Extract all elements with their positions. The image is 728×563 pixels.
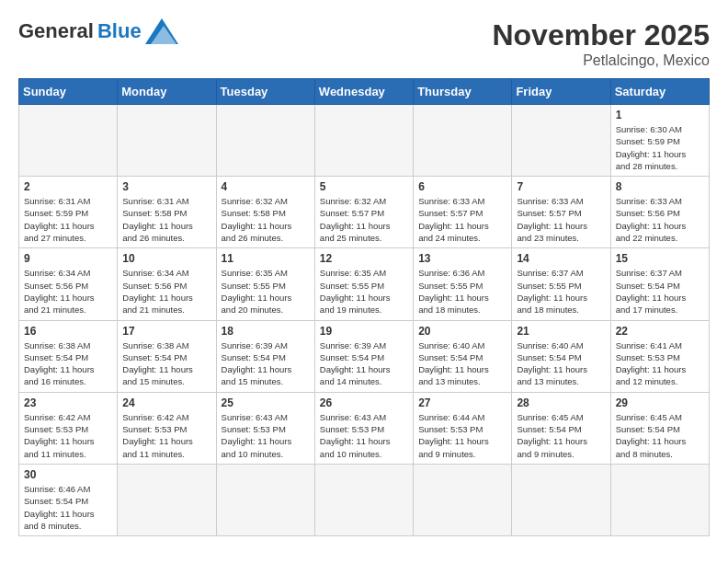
cell-info: Sunrise: 6:42 AM Sunset: 5:53 PM Dayligh… — [122, 411, 210, 460]
day-number: 19 — [320, 325, 408, 338]
day-number: 5 — [320, 180, 408, 193]
day-number: 25 — [222, 396, 310, 409]
location: Petlalcingo, Mexico — [492, 52, 710, 69]
calendar-week-4: 16Sunrise: 6:38 AM Sunset: 5:54 PM Dayli… — [19, 320, 710, 392]
calendar-week-3: 9Sunrise: 6:34 AM Sunset: 5:56 PM Daylig… — [19, 248, 710, 320]
day-number: 8 — [616, 180, 704, 193]
cell-info: Sunrise: 6:33 AM Sunset: 5:56 PM Dayligh… — [616, 195, 704, 244]
calendar-cell: 7Sunrise: 6:33 AM Sunset: 5:57 PM Daylig… — [512, 177, 610, 248]
day-number: 22 — [616, 325, 704, 338]
day-number: 30 — [24, 468, 112, 481]
day-number: 20 — [418, 325, 506, 338]
month-title: November 2025 — [492, 18, 710, 52]
page-header: General Blue November 2025 Petlalcingo, … — [18, 18, 710, 69]
calendar-cell — [118, 464, 216, 535]
day-number: 24 — [122, 396, 210, 409]
calendar-week-5: 23Sunrise: 6:42 AM Sunset: 5:53 PM Dayli… — [19, 392, 710, 464]
day-number: 11 — [222, 252, 310, 265]
calendar-cell: 23Sunrise: 6:42 AM Sunset: 5:53 PM Dayli… — [19, 392, 118, 464]
cell-info: Sunrise: 6:37 AM Sunset: 5:54 PM Dayligh… — [616, 267, 704, 316]
cell-info: Sunrise: 6:35 AM Sunset: 5:55 PM Dayligh… — [222, 267, 310, 316]
day-number: 18 — [222, 325, 310, 338]
calendar-cell: 1Sunrise: 6:30 AM Sunset: 5:59 PM Daylig… — [610, 105, 709, 177]
calendar-cell: 5Sunrise: 6:32 AM Sunset: 5:57 PM Daylig… — [314, 177, 413, 248]
logo-icon — [145, 18, 178, 44]
cell-info: Sunrise: 6:46 AM Sunset: 5:54 PM Dayligh… — [24, 483, 112, 532]
cell-info: Sunrise: 6:38 AM Sunset: 5:54 PM Dayligh… — [24, 339, 112, 388]
day-number: 12 — [320, 252, 408, 265]
calendar-cell — [512, 105, 610, 177]
cell-info: Sunrise: 6:31 AM Sunset: 5:58 PM Dayligh… — [122, 195, 210, 244]
day-number: 27 — [418, 396, 506, 409]
cell-info: Sunrise: 6:36 AM Sunset: 5:55 PM Dayligh… — [418, 267, 506, 316]
calendar-cell: 27Sunrise: 6:44 AM Sunset: 5:53 PM Dayli… — [414, 392, 512, 464]
calendar-cell: 11Sunrise: 6:35 AM Sunset: 5:55 PM Dayli… — [216, 248, 314, 320]
calendar-cell: 15Sunrise: 6:37 AM Sunset: 5:54 PM Dayli… — [610, 248, 709, 320]
calendar-cell — [414, 464, 512, 535]
day-header-thursday: Thursday — [414, 79, 512, 105]
day-header-wednesday: Wednesday — [314, 79, 413, 105]
calendar-cell — [314, 105, 413, 177]
calendar-week-6: 30Sunrise: 6:46 AM Sunset: 5:54 PM Dayli… — [19, 464, 710, 535]
day-number: 26 — [320, 396, 408, 409]
calendar-cell: 21Sunrise: 6:40 AM Sunset: 5:54 PM Dayli… — [512, 320, 610, 392]
day-number: 29 — [616, 396, 704, 409]
day-header-tuesday: Tuesday — [216, 79, 314, 105]
day-header-monday: Monday — [118, 79, 216, 105]
calendar-cell: 22Sunrise: 6:41 AM Sunset: 5:53 PM Dayli… — [610, 320, 709, 392]
cell-info: Sunrise: 6:32 AM Sunset: 5:58 PM Dayligh… — [222, 195, 310, 244]
day-number: 4 — [222, 180, 310, 193]
calendar-cell: 25Sunrise: 6:43 AM Sunset: 5:53 PM Dayli… — [216, 392, 314, 464]
calendar-cell: 29Sunrise: 6:45 AM Sunset: 5:54 PM Dayli… — [610, 392, 709, 464]
cell-info: Sunrise: 6:39 AM Sunset: 5:54 PM Dayligh… — [320, 339, 408, 388]
calendar-cell: 24Sunrise: 6:42 AM Sunset: 5:53 PM Dayli… — [118, 392, 216, 464]
day-header-sunday: Sunday — [19, 79, 118, 105]
calendar-cell: 28Sunrise: 6:45 AM Sunset: 5:54 PM Dayli… — [512, 392, 610, 464]
logo: General Blue — [18, 18, 178, 44]
day-number: 16 — [24, 325, 112, 338]
cell-info: Sunrise: 6:38 AM Sunset: 5:54 PM Dayligh… — [122, 339, 210, 388]
calendar-cell — [118, 105, 216, 177]
cell-info: Sunrise: 6:31 AM Sunset: 5:59 PM Dayligh… — [24, 195, 112, 244]
calendar-cell: 10Sunrise: 6:34 AM Sunset: 5:56 PM Dayli… — [118, 248, 216, 320]
cell-info: Sunrise: 6:43 AM Sunset: 5:53 PM Dayligh… — [320, 411, 408, 460]
calendar-cell — [512, 464, 610, 535]
calendar-cell: 16Sunrise: 6:38 AM Sunset: 5:54 PM Dayli… — [19, 320, 118, 392]
calendar-cell: 12Sunrise: 6:35 AM Sunset: 5:55 PM Dayli… — [314, 248, 413, 320]
day-number: 7 — [517, 180, 605, 193]
day-number: 21 — [517, 325, 605, 338]
calendar-cell: 2Sunrise: 6:31 AM Sunset: 5:59 PM Daylig… — [19, 177, 118, 248]
day-number: 28 — [517, 396, 605, 409]
day-header-saturday: Saturday — [610, 79, 709, 105]
cell-info: Sunrise: 6:45 AM Sunset: 5:54 PM Dayligh… — [517, 411, 605, 460]
day-number: 9 — [24, 252, 112, 265]
calendar-cell: 3Sunrise: 6:31 AM Sunset: 5:58 PM Daylig… — [118, 177, 216, 248]
cell-info: Sunrise: 6:42 AM Sunset: 5:53 PM Dayligh… — [24, 411, 112, 460]
calendar-cell: 19Sunrise: 6:39 AM Sunset: 5:54 PM Dayli… — [314, 320, 413, 392]
cell-info: Sunrise: 6:45 AM Sunset: 5:54 PM Dayligh… — [616, 411, 704, 460]
day-number: 23 — [24, 396, 112, 409]
calendar-header: SundayMondayTuesdayWednesdayThursdayFrid… — [19, 79, 710, 105]
logo-general-text: General — [18, 19, 94, 43]
calendar-week-2: 2Sunrise: 6:31 AM Sunset: 5:59 PM Daylig… — [19, 177, 710, 248]
calendar-table: SundayMondayTuesdayWednesdayThursdayFrid… — [18, 78, 710, 536]
day-header-friday: Friday — [512, 79, 610, 105]
day-number: 2 — [24, 180, 112, 193]
calendar-cell: 14Sunrise: 6:37 AM Sunset: 5:55 PM Dayli… — [512, 248, 610, 320]
cell-info: Sunrise: 6:40 AM Sunset: 5:54 PM Dayligh… — [517, 339, 605, 388]
cell-info: Sunrise: 6:34 AM Sunset: 5:56 PM Dayligh… — [24, 267, 112, 316]
cell-info: Sunrise: 6:41 AM Sunset: 5:53 PM Dayligh… — [616, 339, 704, 388]
calendar-cell — [216, 464, 314, 535]
calendar-cell: 18Sunrise: 6:39 AM Sunset: 5:54 PM Dayli… — [216, 320, 314, 392]
calendar-cell: 13Sunrise: 6:36 AM Sunset: 5:55 PM Dayli… — [414, 248, 512, 320]
cell-info: Sunrise: 6:32 AM Sunset: 5:57 PM Dayligh… — [320, 195, 408, 244]
day-number: 17 — [122, 325, 210, 338]
calendar-cell: 30Sunrise: 6:46 AM Sunset: 5:54 PM Dayli… — [19, 464, 118, 535]
calendar-cell — [19, 105, 118, 177]
cell-info: Sunrise: 6:40 AM Sunset: 5:54 PM Dayligh… — [418, 339, 506, 388]
calendar-cell: 8Sunrise: 6:33 AM Sunset: 5:56 PM Daylig… — [610, 177, 709, 248]
cell-info: Sunrise: 6:33 AM Sunset: 5:57 PM Dayligh… — [517, 195, 605, 244]
calendar-cell: 4Sunrise: 6:32 AM Sunset: 5:58 PM Daylig… — [216, 177, 314, 248]
calendar-cell: 17Sunrise: 6:38 AM Sunset: 5:54 PM Dayli… — [118, 320, 216, 392]
calendar-body: 1Sunrise: 6:30 AM Sunset: 5:59 PM Daylig… — [19, 105, 710, 536]
